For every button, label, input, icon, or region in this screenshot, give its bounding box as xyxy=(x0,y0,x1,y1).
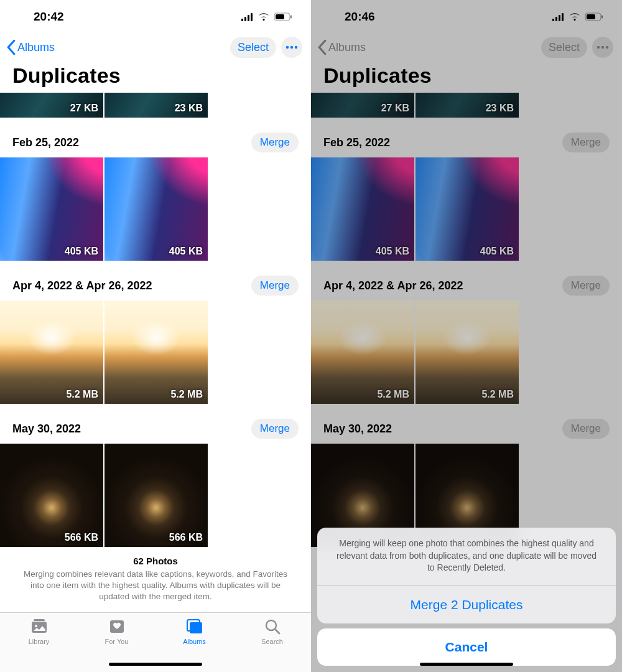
action-sheet-message: Merging will keep one photo that combine… xyxy=(317,528,616,586)
file-size: 5.2 MB xyxy=(66,389,98,400)
file-size: 5.2 MB xyxy=(170,389,203,400)
duplicate-group: May 30, 2022 Merge 566 KB 566 KB xyxy=(0,404,311,547)
phone-left: 20:42 Albums Select Duplicates 27 KB 23 … xyxy=(0,0,311,672)
photo-thumbnail[interactable]: 5.2 MB xyxy=(104,301,208,404)
photo-thumbnail[interactable]: 27 KB xyxy=(0,93,103,118)
file-size: 566 KB xyxy=(65,532,98,543)
partial-group-row: 27 KB 23 KB xyxy=(0,93,311,118)
back-label: Albums xyxy=(17,41,55,54)
svg-point-26 xyxy=(601,46,604,49)
photo-thumbnail: 5.2 MB xyxy=(311,301,414,404)
wifi-icon xyxy=(569,12,581,21)
tab-search[interactable]: Search xyxy=(244,618,300,672)
tab-label: Albums xyxy=(183,638,206,645)
merge-button[interactable]: Merge xyxy=(251,276,299,296)
group-date: Feb 25, 2022 xyxy=(12,136,79,149)
svg-point-8 xyxy=(290,46,293,49)
photo-count: 62 Photos xyxy=(17,556,294,566)
status-bar: 20:46 xyxy=(311,0,622,34)
partial-group-row: 27 KB 23 KB xyxy=(311,93,622,118)
svg-rect-19 xyxy=(555,17,557,21)
svg-point-12 xyxy=(35,625,37,627)
file-size: 405 KB xyxy=(169,246,203,257)
select-button: Select xyxy=(541,37,587,58)
footer-description: Merging combines relevant data like capt… xyxy=(17,569,294,603)
svg-rect-24 xyxy=(601,16,603,19)
photo-thumbnail[interactable]: 23 KB xyxy=(104,93,208,118)
tab-label: Search xyxy=(261,638,283,645)
svg-rect-21 xyxy=(562,13,564,21)
battery-icon xyxy=(585,12,603,21)
nav-bar: Albums Select xyxy=(311,34,622,61)
file-size: 27 KB xyxy=(70,103,98,114)
duplicate-group: May 30, 2022 Merge xyxy=(311,404,622,547)
merge-button[interactable]: Merge xyxy=(251,419,299,439)
select-button[interactable]: Select xyxy=(230,37,276,58)
cancel-button[interactable]: Cancel xyxy=(317,628,616,666)
action-sheet: Merging will keep one photo that combine… xyxy=(311,528,622,672)
battery-icon xyxy=(274,12,292,21)
merge-button[interactable]: Merge xyxy=(251,133,299,152)
more-button[interactable] xyxy=(281,37,302,58)
group-date: May 30, 2022 xyxy=(323,422,392,436)
duplicate-group: Feb 25, 2022 Merge 405 KB 405 KB xyxy=(0,118,311,261)
status-icons xyxy=(552,12,603,21)
svg-rect-20 xyxy=(559,15,560,21)
group-date: Apr 4, 2022 & Apr 26, 2022 xyxy=(12,279,152,292)
svg-rect-6 xyxy=(290,16,292,19)
chevron-left-icon xyxy=(317,40,327,55)
photo-thumbnail[interactable]: 566 KB xyxy=(104,444,208,547)
file-size: 23 KB xyxy=(486,103,514,114)
photo-thumbnail[interactable]: 5.2 MB xyxy=(0,301,103,404)
home-indicator[interactable] xyxy=(109,663,202,666)
photo-thumbnail[interactable]: 405 KB xyxy=(0,157,103,261)
group-date: May 30, 2022 xyxy=(12,422,81,436)
page-title: Duplicates xyxy=(0,61,311,93)
content[interactable]: 27 KB 23 KB Feb 25, 2022 Merge 405 KB 40… xyxy=(0,93,311,612)
group-date: Feb 25, 2022 xyxy=(323,136,390,149)
svg-point-25 xyxy=(597,46,600,49)
svg-point-27 xyxy=(606,46,608,49)
svg-point-7 xyxy=(286,46,289,49)
status-time: 20:42 xyxy=(34,10,64,24)
photo-thumbnail: 405 KB xyxy=(415,157,519,261)
tab-library[interactable]: Library xyxy=(11,618,67,672)
file-size: 405 KB xyxy=(65,246,98,257)
footer-summary: 62 Photos Merging combines relevant data… xyxy=(0,547,311,603)
back-label: Albums xyxy=(328,41,366,54)
status-icons xyxy=(241,12,292,21)
search-icon xyxy=(263,618,282,635)
more-button xyxy=(592,37,613,58)
chevron-left-icon xyxy=(6,40,16,55)
svg-rect-0 xyxy=(241,19,243,21)
svg-rect-1 xyxy=(244,17,246,21)
photo-thumbnail[interactable]: 405 KB xyxy=(104,157,208,261)
photo-thumbnail: 27 KB xyxy=(311,93,414,118)
status-bar: 20:42 xyxy=(0,0,311,34)
svg-line-17 xyxy=(275,629,279,633)
photo-thumbnail[interactable]: 566 KB xyxy=(0,444,103,547)
photo-thumbnail: 23 KB xyxy=(415,93,519,118)
svg-rect-10 xyxy=(32,622,47,633)
svg-rect-23 xyxy=(587,14,595,19)
svg-rect-18 xyxy=(552,19,554,21)
merge-button: Merge xyxy=(562,419,610,439)
svg-rect-2 xyxy=(248,15,249,21)
duplicate-group: Feb 25, 2022 Merge 405 KB 405 KB xyxy=(311,118,622,261)
foryou-icon xyxy=(108,618,126,635)
merge-button: Merge xyxy=(562,133,610,152)
merge-duplicates-button[interactable]: Merge 2 Duplicates xyxy=(317,586,616,623)
back-button[interactable]: Albums xyxy=(6,40,55,55)
phone-right: 20:46 Albums Select Duplicates 27 KB 23 … xyxy=(311,0,622,672)
cellular-icon xyxy=(552,13,565,21)
file-size: 23 KB xyxy=(175,103,203,114)
svg-point-9 xyxy=(295,46,297,49)
tab-label: Library xyxy=(29,638,50,645)
tab-label: For You xyxy=(105,638,129,645)
wifi-icon xyxy=(258,12,270,21)
svg-rect-3 xyxy=(251,13,253,21)
home-indicator[interactable] xyxy=(420,663,513,666)
ellipsis-icon xyxy=(596,45,609,49)
back-button: Albums xyxy=(317,40,366,55)
photo-thumbnail: 405 KB xyxy=(311,157,414,261)
